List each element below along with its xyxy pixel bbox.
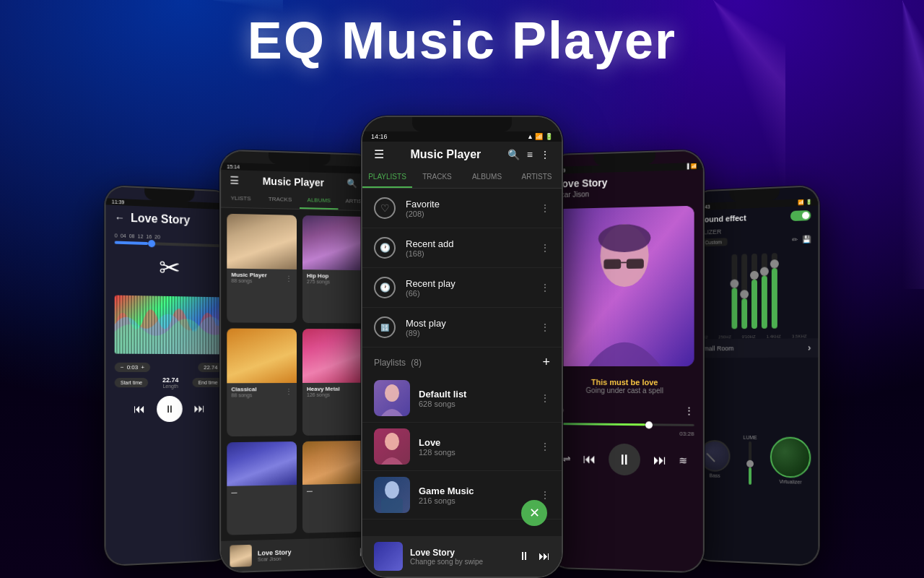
playlist-item-most-play[interactable]: 🔢 Most play (89) ⋮ bbox=[362, 308, 562, 348]
edit-icon[interactable]: ✏ bbox=[792, 236, 798, 243]
svg-point-0 bbox=[385, 384, 399, 402]
phone2-notch bbox=[269, 152, 331, 166]
playlist-default-list[interactable]: Default list 628 songs ⋮ bbox=[362, 374, 562, 423]
phone5-edit-icons: ✏ 💾 bbox=[792, 235, 811, 243]
album-music-player[interactable]: Music Player 88 songs ⋮ bbox=[227, 214, 297, 323]
start-time-btn[interactable]: Start time bbox=[115, 378, 148, 387]
phone3-filter-icon[interactable]: ≡ bbox=[527, 149, 533, 160]
tab-playlists[interactable]: PLAYLISTS bbox=[362, 167, 412, 188]
play-button[interactable]: ⏸ bbox=[157, 396, 183, 422]
back-icon[interactable]: ← bbox=[115, 212, 125, 224]
playlist-item-recent-add[interactable]: 🕐 Recent add (168) ⋮ bbox=[362, 228, 562, 268]
phone1-song-title: Love Story bbox=[131, 212, 190, 227]
hamburger-icon[interactable]: ☰ bbox=[230, 174, 239, 186]
album-more-icon[interactable]: ⋮ bbox=[285, 274, 292, 282]
playlist-item-favorite[interactable]: ♡ Favorite (208) ⋮ bbox=[362, 189, 562, 228]
eq-bar-track-3[interactable] bbox=[751, 254, 757, 329]
playlist-love[interactable]: Love 128 songs ⋮ bbox=[362, 423, 562, 471]
love-more-icon[interactable]: ⋮ bbox=[540, 441, 550, 452]
phone4-play-btn[interactable]: ⏸ bbox=[609, 444, 640, 476]
vol-knob[interactable] bbox=[746, 460, 754, 467]
love-count: 128 songs bbox=[419, 448, 456, 457]
phone3-header: ☰ Music Player 🔍 ≡ ⋮ bbox=[362, 142, 562, 167]
phone3-search-icon[interactable]: 🔍 bbox=[507, 149, 520, 160]
virtualizer-knob[interactable] bbox=[770, 436, 811, 478]
default-list-count: 628 songs bbox=[419, 400, 466, 408]
phone4-progress[interactable] bbox=[556, 423, 694, 426]
most-play-more-icon[interactable]: ⋮ bbox=[540, 322, 550, 333]
plus-icon[interactable]: + bbox=[141, 364, 144, 371]
close-btn[interactable]: ✕ bbox=[521, 500, 547, 526]
add-playlist-btn[interactable]: + bbox=[542, 355, 550, 370]
playlist-item-most-play-info: Most play (89) bbox=[406, 318, 446, 337]
eq-bar-track-1[interactable] bbox=[731, 254, 737, 329]
tab-tracks[interactable]: TRACKS bbox=[412, 167, 462, 188]
game-more-icon[interactable]: ⋮ bbox=[540, 489, 550, 501]
album-music-player-info: Music Player 88 songs ⋮ bbox=[227, 269, 297, 287]
album-classical-info: Classical 88 songs ⋮ bbox=[227, 383, 297, 401]
eq-bar-track-4[interactable] bbox=[762, 253, 767, 328]
phone3-notch bbox=[412, 117, 512, 131]
vol-track[interactable] bbox=[749, 441, 751, 485]
minus-icon[interactable]: − bbox=[121, 364, 124, 371]
playlist-item-recent-play[interactable]: 🕐 Recent play (66) ⋮ bbox=[362, 268, 562, 308]
recent-play-more-icon[interactable]: ⋮ bbox=[540, 282, 550, 293]
skip-back-icon[interactable]: ⏮ bbox=[583, 452, 596, 467]
now-playing-info: Love Story Scar Jison bbox=[258, 548, 292, 561]
search-icon[interactable]: 🔍 bbox=[346, 178, 357, 189]
shuffle-icon[interactable]: ⇌ bbox=[562, 453, 571, 465]
eq-knob-2[interactable] bbox=[740, 290, 749, 299]
phone5-toggle[interactable] bbox=[790, 210, 811, 221]
phone4-battery: ▐ 📶 bbox=[686, 163, 697, 170]
phone4-artwork bbox=[556, 206, 694, 366]
phone5-title: Sound effect bbox=[699, 213, 746, 223]
playlist-love-left: Love 128 songs bbox=[374, 428, 456, 465]
phone5-vol-slider: LUME bbox=[743, 435, 757, 485]
phone3-pause-icon[interactable]: ⏸ bbox=[518, 550, 530, 563]
save-icon[interactable]: 💾 bbox=[802, 235, 811, 243]
tab-tracks[interactable]: TRACKS bbox=[261, 191, 300, 209]
tab-albums[interactable]: ALBUMS bbox=[462, 167, 512, 188]
default-list-more-icon[interactable]: ⋮ bbox=[540, 392, 550, 404]
album-heavy-metal-count: 126 songs bbox=[307, 392, 340, 397]
tab-artists[interactable]: ARTISTS bbox=[512, 167, 562, 188]
album-more-icon-3[interactable]: ⋮ bbox=[285, 387, 292, 395]
playlist-default-list-left: Default list 628 songs bbox=[374, 380, 466, 416]
skip-forward-icon[interactable]: ⏭ bbox=[653, 452, 666, 467]
phone2-albums-grid: Music Player 88 songs ⋮ Hip Hop 275 song… bbox=[221, 207, 376, 540]
playlist-item-recent-add-info: Recent add (168) bbox=[406, 238, 454, 258]
phone5-eq-bars bbox=[692, 246, 818, 335]
recent-add-more-icon[interactable]: ⋮ bbox=[540, 242, 550, 254]
end-time-btn[interactable]: End time bbox=[193, 378, 223, 387]
phone5-notch bbox=[729, 188, 780, 202]
eq-knob-1[interactable] bbox=[731, 279, 739, 288]
skip-back-icon[interactable]: ⏮ bbox=[134, 402, 145, 415]
phone5-room-row[interactable]: Small Room › bbox=[692, 338, 818, 358]
most-play-count: (89) bbox=[406, 329, 446, 337]
album-classical[interactable]: Classical 88 songs ⋮ bbox=[227, 328, 297, 436]
phone3-next-icon[interactable]: ⏭ bbox=[539, 550, 550, 563]
eq-fill-2 bbox=[741, 299, 747, 329]
phone-ringtone-cutter: 11:39 ▐ ← Love Story 0 04 08 12 16 20 ✂ bbox=[104, 185, 232, 566]
favorite-more-icon[interactable]: ⋮ bbox=[540, 202, 550, 214]
eq-bar-track-2[interactable] bbox=[741, 254, 747, 329]
eq-knob-4[interactable] bbox=[760, 267, 769, 276]
tab-playlists[interactable]: YLISTS bbox=[221, 190, 261, 208]
phone1-waveform bbox=[115, 296, 224, 355]
heart-icon: ♡ bbox=[374, 197, 396, 219]
timeline-0: 0 bbox=[115, 233, 118, 238]
album-5-name: — bbox=[231, 489, 237, 496]
skip-forward-icon[interactable]: ⏭ bbox=[193, 402, 205, 415]
svg-point-2 bbox=[385, 481, 399, 499]
album-hip-hop-count: 275 songs bbox=[307, 279, 330, 284]
eq-knob-5[interactable] bbox=[770, 259, 779, 268]
eq-knob-3[interactable] bbox=[750, 271, 759, 280]
phone4-more-icon[interactable]: ⋮ bbox=[684, 405, 694, 417]
tab-albums[interactable]: ALBUMS bbox=[300, 192, 338, 210]
phone3-hamburger-icon[interactable]: ☰ bbox=[374, 147, 384, 161]
phone3-more-icon[interactable]: ⋮ bbox=[540, 149, 550, 160]
equalizer-icon[interactable]: ≋ bbox=[679, 454, 688, 466]
eq-bar-track-5[interactable] bbox=[772, 253, 777, 329]
album-5[interactable]: — bbox=[227, 441, 297, 535]
most-play-icon: 🔢 bbox=[374, 316, 396, 338]
